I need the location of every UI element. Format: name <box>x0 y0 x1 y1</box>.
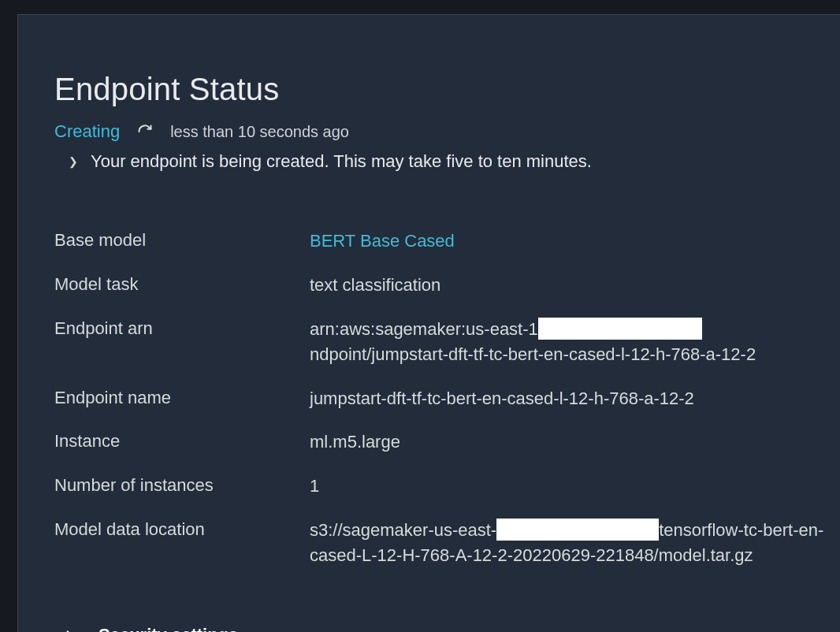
refresh-icon[interactable] <box>137 124 153 139</box>
status-message: Your endpoint is being created. This may… <box>91 151 592 172</box>
instance-value: ml.m5.large <box>310 429 400 455</box>
detail-label: Base model <box>54 229 310 253</box>
endpoint-arn-value: arn:aws:sagemaker:us-east-1ndpoint/jumps… <box>310 317 840 367</box>
page-title: Endpoint Status <box>54 15 840 107</box>
spinner-icon: ❯ <box>69 155 78 168</box>
details-table: Base model BERT Base Cased Model task te… <box>54 229 840 568</box>
redacted-block <box>538 318 702 340</box>
status-message-row: ❯ Your endpoint is being created. This m… <box>54 151 840 172</box>
security-settings-toggle[interactable]: Security settings <box>54 625 840 632</box>
arn-prefix: arn:aws:sagemaker:us-east-1 <box>310 319 538 339</box>
detail-row-endpoint-arn: Endpoint arn arn:aws:sagemaker:us-east-1… <box>54 317 840 367</box>
status-state: Creating <box>54 121 120 142</box>
model-task-value: text classification <box>310 273 440 298</box>
detail-row-model-data-location: Model data location s3://sagemaker-us-ea… <box>54 518 840 568</box>
endpoint-name-value: jumpstart-dft-tf-tc-bert-en-cased-l-12-h… <box>310 386 694 411</box>
status-last-refresh: less than 10 seconds ago <box>170 123 349 141</box>
redacted-block <box>496 519 659 541</box>
detail-label: Model data location <box>54 518 310 542</box>
detail-row-num-instances: Number of instances 1 <box>54 474 840 499</box>
detail-label: Endpoint name <box>54 386 310 411</box>
s3-prefix: s3://sagemaker-us-east- <box>310 520 496 540</box>
detail-label: Model task <box>54 273 310 297</box>
detail-row-base-model: Base model BERT Base Cased <box>54 229 840 254</box>
model-data-location-value: s3://sagemaker-us-east-tensorflow-tc-ber… <box>310 518 840 568</box>
base-model-link[interactable]: BERT Base Cased <box>310 229 455 254</box>
detail-label: Number of instances <box>54 474 310 498</box>
detail-row-model-task: Model task text classification <box>54 273 840 298</box>
security-settings-label: Security settings <box>98 625 238 632</box>
detail-row-endpoint-name: Endpoint name jumpstart-dft-tf-tc-bert-e… <box>54 386 840 411</box>
detail-label: Instance <box>54 429 310 454</box>
endpoint-status-panel: Endpoint Status Creating less than 10 se… <box>17 14 840 632</box>
num-instances-value: 1 <box>310 474 319 499</box>
detail-row-instance: Instance ml.m5.large <box>54 429 840 455</box>
detail-label: Endpoint arn <box>54 317 310 341</box>
status-row: Creating less than 10 seconds ago <box>54 121 840 142</box>
arn-suffix: ndpoint/jumpstart-dft-tf-tc-bert-en-case… <box>310 344 756 364</box>
chevron-right-icon <box>62 628 76 632</box>
